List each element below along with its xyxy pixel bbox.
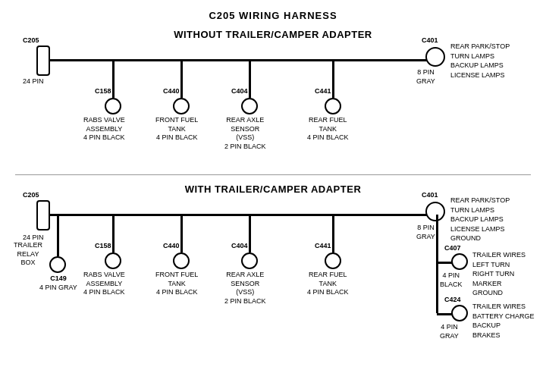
c441-top-vline bbox=[332, 60, 334, 98]
c407-label: C407 bbox=[444, 244, 461, 253]
c424-label: C424 bbox=[444, 296, 461, 305]
c401-top-label: C401 bbox=[422, 36, 438, 45]
diagram-container: C205 WIRING HARNESS WITHOUT TRAILER/CAMP… bbox=[0, 0, 546, 379]
c440-top-sublabel: FRONT FUELTANK4 PIN BLACK bbox=[155, 116, 198, 143]
c205-top-label: C205 bbox=[23, 36, 39, 45]
c424-right-label: TRAILER WIRESBATTERY CHARGEBACKUPBRAKES bbox=[472, 302, 535, 340]
c407-connector bbox=[451, 253, 468, 270]
c404-bot-label: C404 bbox=[231, 242, 248, 251]
c407-right-label: TRAILER WIRESLEFT TURNRIGHT TURNMARKERGR… bbox=[472, 250, 526, 298]
c205-top-connector bbox=[36, 45, 50, 76]
c401-bot-label: C401 bbox=[422, 191, 438, 200]
c440-top-vline bbox=[180, 60, 183, 98]
c158-top-sublabel: RABS VALVEASSEMBLY4 PIN BLACK bbox=[83, 116, 125, 143]
c440-top-connector bbox=[173, 98, 190, 114]
c440-bot-label: C440 bbox=[163, 242, 180, 251]
c401-bot-right-label: REAR PARK/STOPTURN LAMPSBACKUP LAMPSLICE… bbox=[450, 196, 510, 243]
c158-bot-sublabel: RABS VALVEASSEMBLY4 PIN BLACK bbox=[83, 271, 125, 297]
c401-bot-sublabel: 8 PINGRAY bbox=[416, 224, 435, 241]
c158-top-label: C158 bbox=[95, 87, 111, 96]
c407-sublabel: 4 PINBLACK bbox=[440, 271, 463, 289]
c149-vline bbox=[57, 215, 59, 256]
c404-bot-sublabel: REAR AXLESENSOR(VSS)2 PIN BLACK bbox=[224, 271, 266, 306]
c401-top-sublabel: 8 PINGRAY bbox=[416, 68, 435, 86]
c205-bot-connector bbox=[36, 200, 50, 230]
c424-connector bbox=[451, 305, 468, 321]
c149-connector bbox=[49, 256, 66, 273]
c205-bot-label: C205 bbox=[23, 191, 39, 200]
c441-bot-connector bbox=[325, 252, 341, 269]
c440-top-label: C440 bbox=[163, 87, 180, 96]
c404-top-vline bbox=[249, 60, 251, 98]
section-divider bbox=[15, 174, 531, 175]
c440-bot-vline bbox=[180, 215, 183, 252]
c441-bot-vline bbox=[332, 215, 334, 252]
c424-sublabel: 4 PINGRAY bbox=[440, 323, 459, 340]
c441-top-label: C441 bbox=[315, 87, 331, 96]
c401-bot-connector bbox=[425, 202, 445, 221]
c158-top-vline bbox=[112, 60, 115, 98]
trailer-relay-label: TRAILERRELAYBOX bbox=[14, 241, 42, 268]
page-title: C205 WIRING HARNESS bbox=[0, 4, 546, 21]
c149-label: C1494 PIN GRAY bbox=[39, 274, 77, 292]
c441-bot-sublabel: REAR FUELTANK4 PIN BLACK bbox=[307, 271, 349, 297]
bot-right-vline bbox=[436, 215, 438, 313]
c404-bot-vline bbox=[249, 215, 251, 252]
section2-label: WITH TRAILER/CAMPER ADAPTER bbox=[76, 183, 470, 195]
c440-bot-sublabel: FRONT FUELTANK4 PIN BLACK bbox=[155, 271, 198, 297]
c404-bot-connector bbox=[241, 252, 258, 269]
c441-bot-label: C441 bbox=[315, 242, 331, 251]
top-main-hline bbox=[46, 59, 432, 61]
bot-main-hline bbox=[46, 214, 432, 216]
c404-top-sublabel: REAR AXLESENSOR(VSS)2 PIN BLACK bbox=[224, 116, 266, 152]
c401-top-connector bbox=[425, 47, 445, 67]
c205-top-sublabel: 24 PIN bbox=[23, 77, 44, 86]
c441-top-connector bbox=[325, 98, 341, 114]
c401-top-right-label: REAR PARK/STOPTURN LAMPSBACKUP LAMPSLICE… bbox=[450, 42, 510, 80]
c404-top-connector bbox=[241, 98, 258, 114]
c158-bot-vline bbox=[112, 215, 115, 252]
c158-bot-connector bbox=[105, 252, 121, 269]
c404-top-label: C404 bbox=[231, 87, 248, 96]
section1-label: WITHOUT TRAILER/CAMPER ADAPTER bbox=[76, 29, 470, 40]
c158-top-connector bbox=[105, 98, 121, 114]
c158-bot-label: C158 bbox=[95, 242, 111, 251]
c440-bot-connector bbox=[173, 252, 190, 269]
c441-top-sublabel: REAR FUELTANK4 PIN BLACK bbox=[307, 116, 349, 143]
